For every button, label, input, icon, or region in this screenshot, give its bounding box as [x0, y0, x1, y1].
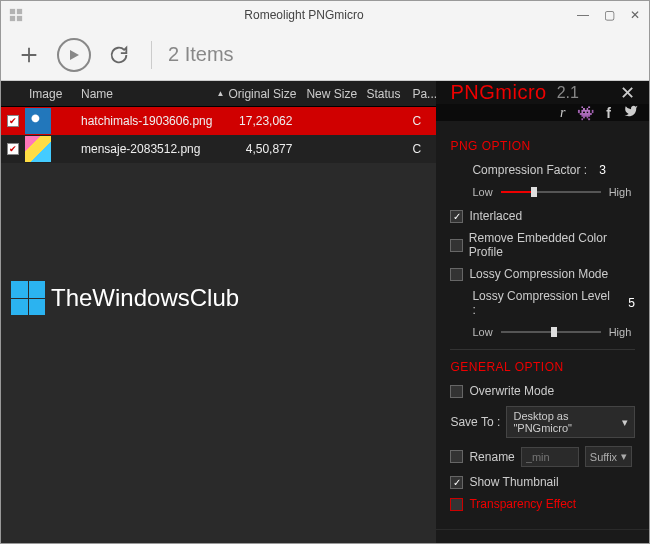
reload-icon [108, 44, 130, 66]
panel-header: PNGmicro 2.1 ✕ [436, 81, 649, 104]
minimize-button[interactable]: — [577, 9, 589, 21]
slider-low-label: Low [472, 186, 492, 198]
show-thumbnail-label: Show Thumbnail [469, 475, 558, 489]
general-option-heading: GENERAL OPTION [450, 360, 635, 374]
play-icon [68, 49, 80, 61]
slider-high-label: High [609, 186, 632, 198]
col-status[interactable]: Status [366, 87, 412, 101]
remove-profile-checkbox[interactable] [450, 239, 462, 252]
app-icon [9, 8, 23, 22]
save-to-select[interactable]: Desktop as "PNGmicro" ▾ [506, 406, 635, 438]
lossy-mode-label: Lossy Compression Mode [469, 267, 608, 281]
close-button[interactable]: ✕ [629, 9, 641, 21]
col-image[interactable]: Image [25, 87, 75, 101]
slider-low-label: Low [472, 326, 492, 338]
suffix-select[interactable]: Suffix ▾ [585, 446, 632, 467]
windows-logo-icon [11, 281, 45, 315]
file-name: mensaje-2083512.png [75, 142, 212, 156]
slider-high-label: High [609, 326, 632, 338]
interlaced-label: Interlaced [469, 209, 522, 223]
file-name: hatchimals-1903606.png [75, 114, 212, 128]
social-bar: r 👾 f [436, 104, 649, 121]
sort-asc-icon: ▲ [216, 89, 224, 98]
run-button[interactable] [57, 38, 91, 72]
lossy-slider[interactable] [501, 325, 601, 339]
column-headers: Image Name ▲Original Size New Size Statu… [1, 81, 436, 107]
rename-label: Rename [469, 450, 514, 464]
toolbar: 2 Items [1, 29, 649, 81]
file-list: Image Name ▲Original Size New Size Statu… [1, 81, 436, 543]
panel-title: PNGmicro [450, 81, 546, 104]
transparency-label: Transparency Effect [469, 497, 576, 511]
compression-slider[interactable] [501, 185, 601, 199]
facebook-icon[interactable]: f [606, 105, 611, 121]
thumbnail [25, 108, 51, 134]
col-name[interactable]: Name [75, 87, 212, 101]
add-button[interactable] [13, 39, 45, 71]
compression-factor-value: 3 [599, 163, 606, 177]
svg-rect-2 [10, 16, 15, 21]
col-original-size[interactable]: ▲Original Size [212, 87, 302, 101]
window-title: Romeolight PNGmicro [31, 8, 577, 22]
show-thumbnail-checkbox[interactable] [450, 476, 463, 489]
table-row[interactable]: ✔ mensaje-2083512.png 4,50,877 C [1, 135, 436, 163]
app-window: Romeolight PNGmicro — ▢ ✕ 2 Items Image … [0, 0, 650, 544]
row-checkbox[interactable]: ✔ [7, 143, 19, 155]
transparency-checkbox[interactable] [450, 498, 463, 511]
png-option-heading: PNG OPTION [450, 139, 635, 153]
panel-version: 2.1 [557, 84, 579, 102]
lossy-mode-checkbox[interactable] [450, 268, 463, 281]
titlebar: Romeolight PNGmicro — ▢ ✕ [1, 1, 649, 29]
lossy-level-label: Lossy Compression Level : [472, 289, 616, 317]
svg-rect-1 [17, 9, 22, 14]
settings-panel: PNGmicro 2.1 ✕ r 👾 f PNG OPTION Compress… [436, 81, 649, 543]
table-row[interactable]: ✔ hatchimals-1903606.png 17,23,062 C [1, 107, 436, 135]
compression-factor-label: Compression Factor : [472, 163, 587, 177]
alien-icon[interactable]: 👾 [577, 105, 594, 121]
romeolight-icon[interactable]: r [560, 105, 565, 121]
overwrite-checkbox[interactable] [450, 385, 463, 398]
row-checkbox[interactable]: ✔ [7, 115, 19, 127]
exit-button[interactable]: Exit [436, 529, 649, 543]
col-path[interactable]: Pa... [412, 87, 436, 101]
watermark: TheWindowsClub [11, 281, 239, 315]
overwrite-label: Overwrite Mode [469, 384, 554, 398]
plus-icon [18, 44, 40, 66]
toolbar-divider [151, 41, 152, 69]
svg-rect-0 [10, 9, 15, 14]
rename-input[interactable] [521, 447, 579, 467]
lossy-level-value: 5 [628, 296, 635, 310]
thumbnail [25, 136, 51, 162]
twitter-icon[interactable] [623, 104, 639, 121]
panel-close-button[interactable]: ✕ [620, 82, 635, 104]
save-to-label: Save To : [450, 415, 500, 429]
original-size: 4,50,877 [212, 142, 302, 156]
svg-rect-3 [17, 16, 22, 21]
chevron-down-icon: ▾ [621, 450, 627, 463]
interlaced-checkbox[interactable] [450, 210, 463, 223]
rename-checkbox[interactable] [450, 450, 463, 463]
chevron-down-icon: ▾ [622, 416, 628, 429]
original-size: 17,23,062 [212, 114, 302, 128]
col-new-size[interactable]: New Size [302, 87, 366, 101]
remove-profile-label: Remove Embedded Color Profile [469, 231, 635, 259]
reload-button[interactable] [103, 39, 135, 71]
items-count: 2 Items [168, 43, 234, 66]
maximize-button[interactable]: ▢ [603, 9, 615, 21]
